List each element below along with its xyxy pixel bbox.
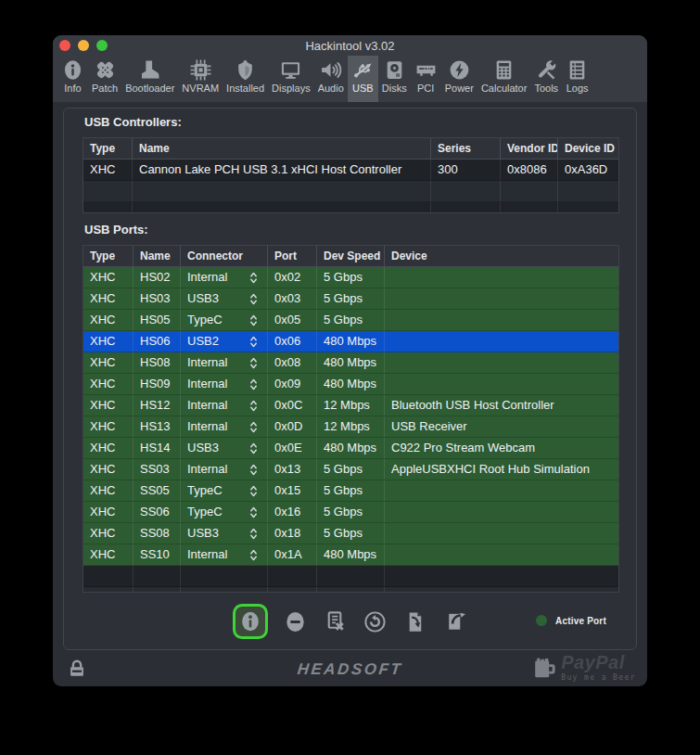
disk-icon bbox=[383, 58, 406, 82]
ports-row-hs14[interactable]: XHCHS14USB30x0E480 MbpsC922 Pro Stream W… bbox=[83, 438, 618, 459]
ports-row-hs09[interactable]: XHCHS09Internal0x09480 Mbps bbox=[83, 374, 618, 395]
cell-type: XHC bbox=[83, 480, 134, 501]
ports-row-hs13[interactable]: XHCHS13Internal0x0D12 MbpsUSB Receiver bbox=[83, 416, 618, 438]
cell-name: SS03 bbox=[134, 459, 181, 480]
toolbar-item-info[interactable]: Info bbox=[57, 56, 88, 102]
ports-row-ss08[interactable]: XHCSS08USB30x185 Gbps bbox=[83, 523, 618, 544]
column-header-vendor-id[interactable]: Vendor ID bbox=[501, 138, 558, 159]
import-file-button[interactable] bbox=[401, 608, 427, 634]
connector-stepper-icon[interactable] bbox=[249, 399, 258, 413]
column-header-type[interactable]: Type bbox=[83, 138, 133, 159]
toolbar-item-nvram[interactable]: NVRAM bbox=[178, 56, 223, 102]
ports-row-hs02[interactable]: XHCHS02Internal0x025 Gbps bbox=[83, 267, 618, 288]
toolbar-item-usb[interactable]: USB bbox=[348, 56, 378, 102]
connector-stepper-icon[interactable] bbox=[249, 292, 258, 306]
minimize-button[interactable] bbox=[78, 40, 89, 51]
footer: HEADSOFT PayPal Buy me a Beer bbox=[53, 650, 647, 686]
ports-row-hs03[interactable]: XHCHS03USB30x035 Gbps bbox=[83, 288, 618, 310]
ports-row-ss05[interactable]: XHCSS05TypeC0x155 Gbps bbox=[83, 480, 618, 502]
show-info-button[interactable] bbox=[233, 604, 268, 639]
connector-stepper-icon[interactable] bbox=[249, 356, 258, 370]
cell-port: 0x0C bbox=[268, 395, 317, 416]
wrench-icon bbox=[535, 58, 558, 82]
column-header-type[interactable]: Type bbox=[83, 246, 134, 266]
connector-value: TypeC bbox=[187, 502, 223, 522]
connector-value: TypeC bbox=[187, 480, 223, 501]
column-header-series[interactable]: Series bbox=[431, 138, 501, 159]
cell-type: XHC bbox=[83, 438, 134, 458]
column-header-connector[interactable]: Connector bbox=[181, 246, 268, 266]
ports-row-hs05[interactable]: XHCHS05TypeC0x055 Gbps bbox=[83, 310, 618, 331]
shield-icon bbox=[234, 58, 257, 82]
connector-stepper-icon[interactable] bbox=[249, 484, 258, 498]
toolbar-item-bootloader[interactable]: Bootloader bbox=[121, 56, 178, 102]
cell-port: 0x16 bbox=[268, 502, 317, 522]
connector-value: USB3 bbox=[187, 438, 219, 458]
ports-row-ss10[interactable]: XHCSS10Internal0x1A480 Mbps bbox=[83, 544, 618, 566]
column-header-dev-speed[interactable]: Dev Speed bbox=[317, 246, 385, 266]
column-header-port[interactable]: Port bbox=[268, 246, 317, 266]
ports-row-hs08[interactable]: XHCHS08Internal0x08480 Mbps bbox=[83, 352, 618, 374]
cell-type: XHC bbox=[83, 395, 134, 416]
connector-stepper-icon[interactable] bbox=[249, 420, 258, 434]
refresh-button[interactable] bbox=[362, 608, 388, 634]
toolbar-item-logs[interactable]: Logs bbox=[562, 56, 592, 102]
ports-row-hs12[interactable]: XHCHS12Internal0x0C12 MbpsBluetooth USB … bbox=[83, 395, 618, 416]
toolbar-item-label: NVRAM bbox=[182, 83, 219, 94]
connector-stepper-icon[interactable] bbox=[249, 271, 258, 285]
connector-stepper-icon[interactable] bbox=[249, 441, 258, 455]
toolbar-item-pci[interactable]: PCI bbox=[411, 56, 441, 102]
toolbar-item-label: Bootloader bbox=[125, 83, 174, 94]
empty-cell bbox=[385, 566, 619, 586]
connector-value: Internal bbox=[187, 395, 227, 416]
connector-stepper-icon[interactable] bbox=[249, 548, 258, 562]
toolbar-item-displays[interactable]: Displays bbox=[268, 56, 314, 102]
toolbar-item-disks[interactable]: Disks bbox=[378, 56, 411, 102]
connector-stepper-icon[interactable] bbox=[249, 505, 258, 519]
cell-port: 0x06 bbox=[268, 331, 317, 352]
connector-stepper-icon[interactable] bbox=[249, 335, 258, 349]
connector-stepper-icon[interactable] bbox=[249, 314, 258, 327]
ports-row-ss06[interactable]: XHCSS06TypeC0x165 Gbps bbox=[83, 502, 618, 523]
toolbar-item-audio[interactable]: Audio bbox=[314, 56, 348, 102]
cell-port: 0x02 bbox=[268, 267, 317, 288]
toolbar-item-patch[interactable]: Patch bbox=[88, 56, 121, 102]
connector-stepper-icon[interactable] bbox=[249, 378, 258, 391]
connector-stepper-icon[interactable] bbox=[249, 463, 258, 477]
controllers-row-xhc[interactable]: XHCCannon Lake PCH USB 3.1 xHCI Host Con… bbox=[83, 160, 618, 181]
cell-dev-speed: 480 Mbps bbox=[317, 374, 385, 394]
remove-port-button[interactable] bbox=[282, 608, 308, 634]
empty-cell bbox=[431, 181, 501, 201]
toolbar-item-installed[interactable]: Installed bbox=[223, 56, 268, 102]
paypal-donate-button[interactable]: PayPal Buy me a Beer bbox=[531, 653, 636, 684]
cell-type: XHC bbox=[83, 502, 134, 522]
column-header-name[interactable]: Name bbox=[134, 246, 181, 266]
connector-value: USB3 bbox=[187, 288, 219, 309]
usb-panel: USB Controllers: TypeNameSeriesVendor ID… bbox=[63, 108, 637, 650]
clear-list-button[interactable] bbox=[322, 608, 348, 634]
ports-row-hs06[interactable]: XHCHS06USB20x06480 Mbps bbox=[83, 331, 618, 352]
export-file-button[interactable] bbox=[441, 608, 467, 634]
ports-row-ss03[interactable]: XHCSS03Internal0x135 GbpsAppleUSBXHCI Ro… bbox=[83, 459, 618, 480]
close-button[interactable] bbox=[59, 40, 70, 51]
cell-port: 0x03 bbox=[268, 288, 317, 309]
toolbar-item-power[interactable]: Power bbox=[441, 56, 477, 102]
toolbar-item-calculator[interactable]: Calculator bbox=[477, 56, 531, 102]
toolbar-item-label: Tools bbox=[534, 83, 558, 94]
beer-mug-icon bbox=[531, 653, 559, 684]
column-header-name[interactable]: Name bbox=[133, 138, 431, 159]
titlebar[interactable]: Hackintool v3.02 bbox=[53, 35, 647, 56]
hackintool-window: Hackintool v3.02 InfoPatchBootloaderNVRA… bbox=[53, 35, 647, 686]
cell: 0x8086 bbox=[501, 160, 558, 180]
column-header-device[interactable]: Device bbox=[385, 246, 619, 266]
empty-row bbox=[83, 566, 618, 587]
cell-connector: Internal bbox=[181, 267, 268, 288]
power-icon bbox=[448, 58, 471, 82]
column-header-device-id[interactable]: Device ID bbox=[558, 138, 619, 159]
cell-connector: Internal bbox=[181, 416, 268, 437]
connector-stepper-icon[interactable] bbox=[249, 527, 258, 541]
zoom-button[interactable] bbox=[96, 40, 108, 51]
active-port-label: Active Port bbox=[555, 616, 606, 626]
display-icon bbox=[279, 58, 302, 82]
toolbar-item-tools[interactable]: Tools bbox=[530, 56, 562, 102]
